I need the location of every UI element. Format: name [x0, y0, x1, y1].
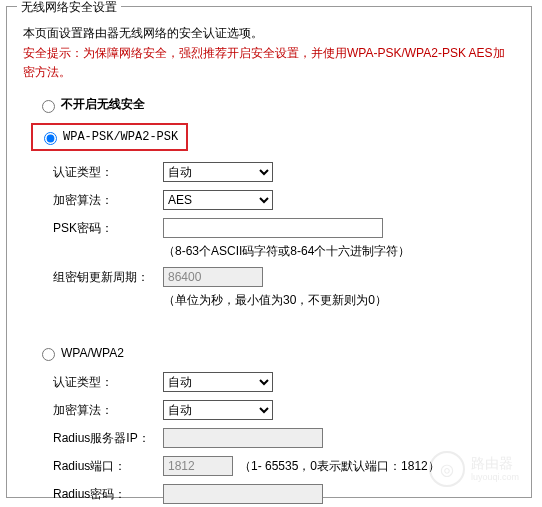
row-wpa-auth: 认证类型： 自动: [53, 371, 515, 393]
wpapsk-psk-label: PSK密码：: [53, 220, 163, 237]
wpapsk-cycle-input[interactable]: [163, 267, 263, 287]
wpapsk-psk-input[interactable]: [163, 218, 383, 238]
wpa-radius-ip-input[interactable]: [163, 428, 323, 448]
radio-row-none: 不开启无线安全: [37, 96, 515, 113]
wpa-psk-highlight-box: WPA-PSK/WPA2-PSK: [31, 123, 188, 151]
wpa-radius-port-hint: （1- 65535，0表示默认端口：1812）: [239, 458, 440, 475]
row-wpapsk-psk: PSK密码：: [53, 217, 515, 239]
radio-wpa-psk-label: WPA-PSK/WPA2-PSK: [63, 130, 178, 144]
wpa-cipher-label: 加密算法：: [53, 402, 163, 419]
row-wpapsk-cycle: 组密钥更新周期：: [53, 266, 515, 288]
row-wpapsk-cipher: 加密算法： AES: [53, 189, 515, 211]
radio-wpa[interactable]: [42, 348, 55, 361]
wpapsk-cipher-label: 加密算法：: [53, 192, 163, 209]
wpa-auth-label: 认证类型：: [53, 374, 163, 391]
radio-wpa-psk[interactable]: [44, 132, 57, 145]
row-wpa-radius-port: Radius端口： （1- 65535，0表示默认端口：1812）: [53, 455, 515, 477]
wpa-auth-select[interactable]: 自动: [163, 372, 273, 392]
wpapsk-auth-select[interactable]: 自动: [163, 162, 273, 182]
security-warning: 安全提示：为保障网络安全，强烈推荐开启安全设置，并使用WPA-PSK/WPA2-…: [23, 44, 515, 82]
wpapsk-cycle-label: 组密钥更新周期：: [53, 269, 163, 286]
wpapsk-auth-label: 认证类型：: [53, 164, 163, 181]
radio-wpa-label: WPA/WPA2: [61, 346, 124, 360]
panel-title: 无线网络安全设置: [17, 0, 121, 16]
row-wpa-cipher: 加密算法： 自动: [53, 399, 515, 421]
radio-disable-security-label: 不开启无线安全: [61, 96, 145, 113]
wpa-radius-ip-label: Radius服务器IP：: [53, 430, 163, 447]
row-wpa-radius-pwd: Radius密码：: [53, 483, 515, 504]
row-wpa-radius-ip: Radius服务器IP：: [53, 427, 515, 449]
wpapsk-cycle-hint: （单位为秒，最小值为30，不更新则为0）: [163, 292, 515, 309]
wpapsk-cipher-select[interactable]: AES: [163, 190, 273, 210]
intro-text: 本页面设置路由器无线网络的安全认证选项。: [23, 25, 515, 42]
radio-disable-security[interactable]: [42, 100, 55, 113]
security-settings-panel: 无线网络安全设置 本页面设置路由器无线网络的安全认证选项。 安全提示：为保障网络…: [6, 6, 532, 498]
wpa-cipher-select[interactable]: 自动: [163, 400, 273, 420]
wpa-radius-port-label: Radius端口：: [53, 458, 163, 475]
wpa-radius-pwd-input[interactable]: [163, 484, 323, 504]
radio-row-wpa: WPA/WPA2: [37, 345, 515, 361]
wpa-radius-pwd-label: Radius密码：: [53, 486, 163, 503]
wpapsk-psk-hint: （8-63个ASCII码字符或8-64个十六进制字符）: [163, 243, 515, 260]
row-wpapsk-auth: 认证类型： 自动: [53, 161, 515, 183]
wpa-radius-port-input[interactable]: [163, 456, 233, 476]
